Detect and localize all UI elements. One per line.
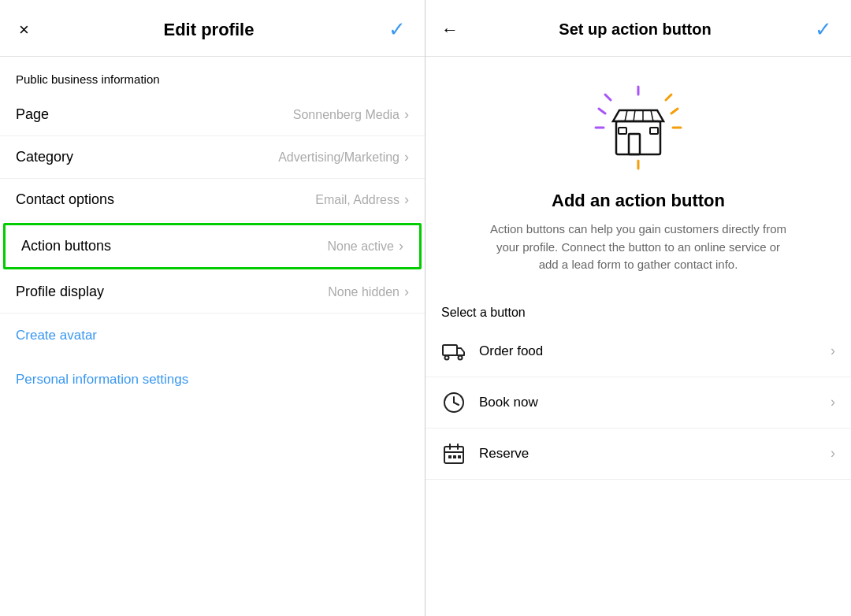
svg-line-21	[454, 403, 459, 405]
back-button[interactable]: ←	[441, 20, 459, 40]
svg-rect-8	[616, 121, 660, 154]
svg-point-18	[459, 355, 463, 359]
page-chevron-icon: ›	[404, 106, 409, 123]
hero-title: Add an action button	[552, 191, 725, 211]
book-now-left: Book now	[441, 390, 538, 415]
reserve-label: Reserve	[479, 446, 529, 462]
left-header: × Edit profile ✓	[0, 0, 425, 57]
hero-description: Action buttons can help you gain custome…	[489, 221, 788, 274]
reserve-chevron-icon: ›	[831, 445, 835, 462]
action-buttons-label: Action buttons	[21, 238, 111, 254]
svg-rect-10	[619, 128, 626, 134]
profile-display-chevron-icon: ›	[404, 284, 409, 300]
personal-information-link[interactable]: Personal information settings	[0, 358, 425, 402]
close-icon: ×	[19, 20, 29, 40]
action-buttons-chevron-icon: ›	[399, 238, 403, 254]
right-panel: ← Set up action button ✓	[426, 0, 851, 616]
edit-profile-title: Edit profile	[163, 20, 254, 40]
check-icon-left: ✓	[388, 17, 406, 42]
page-label: Page	[16, 106, 49, 123]
page-menu-item[interactable]: Page Sonnenberg Media ›	[0, 94, 425, 136]
svg-line-7	[666, 95, 671, 100]
right-header: ← Set up action button ✓	[426, 0, 851, 57]
order-food-label: Order food	[479, 343, 543, 359]
clock-icon	[441, 390, 466, 415]
category-menu-item[interactable]: Category Advertising/Marketing ›	[0, 136, 425, 179]
setup-action-button-title: Set up action button	[559, 20, 711, 39]
order-food-item[interactable]: Order food ›	[426, 326, 851, 377]
contact-options-label: Contact options	[16, 191, 114, 208]
reserve-left: Reserve	[441, 441, 529, 466]
svg-rect-27	[453, 455, 456, 458]
calendar-icon	[441, 441, 466, 466]
svg-line-3	[671, 109, 678, 113]
contact-options-menu-item[interactable]: Contact options Email, Address ›	[0, 179, 425, 221]
book-now-chevron-icon: ›	[831, 394, 835, 410]
confirm-button-right[interactable]: ✓	[812, 14, 835, 45]
svg-rect-16	[443, 345, 457, 355]
left-panel: × Edit profile ✓ Public business informa…	[0, 0, 426, 616]
svg-rect-22	[444, 447, 463, 463]
profile-display-value: None hidden ›	[328, 284, 409, 300]
back-icon: ←	[441, 20, 459, 39]
public-info-section-header: Public business information	[0, 57, 425, 94]
select-section-label: Select a button	[426, 290, 851, 326]
order-food-left: Order food	[441, 339, 543, 364]
svg-rect-9	[629, 134, 640, 154]
book-now-item[interactable]: Book now ›	[426, 377, 851, 429]
category-label: Category	[16, 149, 73, 165]
contact-chevron-icon: ›	[404, 191, 409, 208]
svg-line-13	[634, 110, 635, 121]
book-now-label: Book now	[479, 395, 538, 410]
svg-line-15	[651, 110, 653, 121]
hero-section: Add an action button Action buttons can …	[426, 57, 851, 290]
svg-line-6	[605, 95, 611, 100]
profile-display-menu-item[interactable]: Profile display None hidden ›	[0, 271, 425, 314]
page-value: Sonnenberg Media ›	[293, 106, 409, 123]
order-food-chevron-icon: ›	[831, 343, 835, 359]
svg-line-2	[599, 109, 605, 113]
action-buttons-value: None active ›	[328, 238, 404, 254]
store-illustration	[591, 80, 686, 175]
reserve-item[interactable]: Reserve ›	[426, 429, 851, 480]
confirm-button-left[interactable]: ✓	[385, 14, 409, 45]
svg-rect-26	[448, 455, 452, 458]
action-buttons-menu-item[interactable]: Action buttons None active ›	[3, 223, 422, 269]
category-chevron-icon: ›	[404, 149, 409, 165]
svg-rect-11	[650, 128, 658, 134]
create-avatar-link[interactable]: Create avatar	[0, 314, 425, 358]
svg-point-17	[445, 355, 449, 359]
close-button[interactable]: ×	[16, 17, 32, 43]
svg-rect-28	[458, 455, 461, 458]
category-value: Advertising/Marketing ›	[278, 149, 409, 165]
truck-icon	[441, 339, 466, 364]
contact-options-value: Email, Address ›	[315, 191, 409, 208]
profile-display-label: Profile display	[16, 284, 104, 300]
svg-line-12	[625, 110, 627, 121]
check-icon-right: ✓	[815, 17, 832, 42]
